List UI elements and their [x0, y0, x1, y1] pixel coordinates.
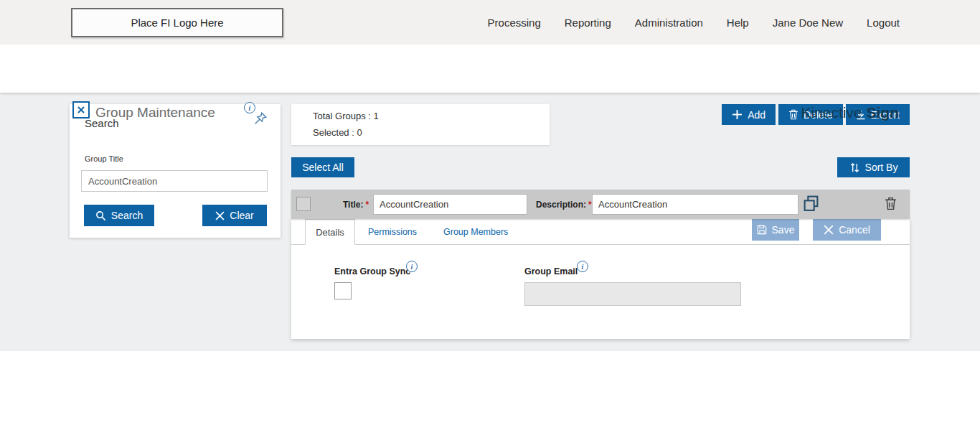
nav-reporting[interactable]: Reporting [565, 17, 611, 29]
brand-second: Sign [867, 104, 900, 121]
pin-icon[interactable] [253, 111, 268, 129]
brand-first: Kinective [801, 104, 862, 121]
add-button[interactable]: Add [722, 104, 776, 125]
nav-user-name[interactable]: Jane Doe New [773, 17, 843, 29]
screen: Place FI Logo Here Processing Reporting … [0, 0, 980, 423]
tab-permissions[interactable]: Permissions [368, 219, 417, 245]
fi-logo-placeholder: Place FI Logo Here [71, 8, 283, 37]
nav-help[interactable]: Help [727, 17, 749, 29]
save-floppy-icon [757, 225, 767, 235]
group-email-info-icon[interactable]: i [577, 261, 588, 272]
nav-administration[interactable]: Administration [635, 17, 703, 29]
clear-x-icon [215, 211, 225, 220]
group-maintenance-icon [72, 101, 90, 118]
nav-processing[interactable]: Processing [488, 17, 541, 29]
sort-arrows-icon [849, 162, 860, 173]
group-title-label: Group Title [85, 154, 123, 163]
sort-by-button[interactable]: Sort By [837, 157, 910, 177]
cancel-button[interactable]: Cancel [813, 218, 881, 241]
nav-logout[interactable]: Logout [867, 17, 900, 29]
group-title-field[interactable] [373, 194, 527, 215]
page-header: Group Maintenance i Kinective Sign [0, 45, 980, 93]
description-label: Description: * [536, 190, 592, 219]
total-groups: Total Groups : 1 [313, 111, 379, 121]
add-button-label: Add [748, 109, 765, 121]
selected-count: Selected : 0 [313, 127, 362, 138]
x-glyph-icon [77, 106, 85, 114]
title-label-text: Title: [343, 200, 363, 210]
clear-button-label: Clear [230, 210, 253, 221]
summary-panel: Total Groups : 1 Selected : 0 [291, 104, 550, 145]
title-label: Title: * [343, 190, 369, 219]
entra-group-sync-checkbox[interactable] [334, 282, 352, 299]
tab-details[interactable]: Details [305, 219, 355, 245]
entra-info-icon[interactable]: i [406, 261, 418, 272]
brand-logo: Kinective Sign [801, 104, 899, 121]
group-description-field[interactable] [592, 194, 798, 215]
selected-label: Selected : [313, 127, 354, 138]
description-required-mark: * [588, 200, 592, 210]
plus-icon [732, 109, 743, 120]
copy-icon[interactable] [802, 195, 820, 215]
search-panel: Search Group Title Search Clear [70, 104, 281, 238]
total-groups-value: 1 [374, 111, 379, 121]
clear-button[interactable]: Clear [202, 205, 267, 226]
group-row: Title: * Description: * [291, 190, 910, 219]
total-groups-label: Total Groups : [313, 111, 371, 121]
entra-group-sync-label: Entra Group Sync [334, 266, 410, 276]
tab-group-members[interactable]: Group Members [443, 219, 508, 245]
select-all-button[interactable]: Select All [291, 157, 354, 177]
top-bar: Place FI Logo Here Processing Reporting … [0, 0, 980, 45]
description-label-text: Description: [536, 200, 586, 210]
row-delete-icon[interactable] [885, 197, 897, 213]
selected-value: 0 [357, 127, 362, 138]
group-detail-panel: Details Permissions Group Members Save [291, 219, 910, 339]
save-button-label: Save [772, 224, 795, 236]
top-nav: Processing Reporting Administration Help… [488, 0, 900, 45]
tab-permissions-label: Permissions [368, 227, 417, 237]
select-all-label: Select All [302, 162, 344, 173]
trash-icon [788, 109, 798, 120]
search-button-label: Search [111, 210, 143, 221]
group-title-input[interactable] [81, 170, 268, 192]
page-title: Group Maintenance [95, 105, 215, 121]
search-button[interactable]: Search [84, 205, 154, 226]
group-row-checkbox[interactable] [296, 197, 311, 211]
group-email-label: Group Email [524, 266, 578, 276]
cancel-button-label: Cancel [839, 224, 870, 236]
fi-logo-text: Place FI Logo Here [131, 17, 223, 29]
tabs-bar: Details Permissions Group Members Save [291, 219, 910, 245]
search-icon [95, 210, 106, 221]
save-button[interactable]: Save [752, 218, 799, 241]
sort-by-label: Sort By [865, 162, 898, 173]
tab-group-members-label: Group Members [443, 227, 508, 237]
cancel-x-icon [824, 225, 834, 235]
group-email-input[interactable] [524, 282, 741, 306]
page-info-icon[interactable]: i [244, 102, 255, 113]
tab-details-label: Details [316, 227, 344, 238]
title-required-mark: * [365, 200, 369, 210]
